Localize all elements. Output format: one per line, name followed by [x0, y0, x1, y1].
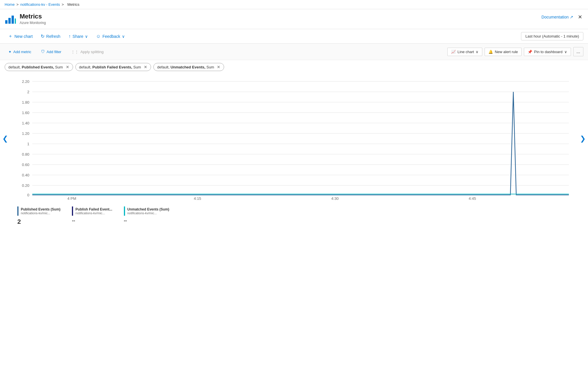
legend-resource-published: notifications-kv/mic... [21, 211, 60, 215]
legend-info-unmatched: Unmatched Events (Sum) notifications-kv/… [127, 207, 169, 215]
add-filter-button[interactable]: ⛉ Add filter [37, 48, 65, 56]
refresh-label: Refresh [46, 34, 60, 39]
line-chart-chevron: ∨ [476, 50, 479, 54]
pill-publish-failed: default, Publish Failed Events, Sum ✕ [75, 63, 151, 71]
breadcrumb-resource[interactable]: notifications-kv - Events [20, 2, 60, 7]
pill-remove-1[interactable]: ✕ [66, 65, 69, 69]
add-filter-label: Add filter [46, 50, 61, 54]
svg-text:4:15: 4:15 [194, 196, 201, 200]
page-title: Metrics [20, 13, 46, 20]
time-selector-button[interactable]: Last hour (Automatic - 1 minute) [521, 32, 583, 40]
svg-text:1.60: 1.60 [22, 111, 29, 115]
line-chart-button[interactable]: 📈 Line chart ∨ [447, 48, 482, 56]
new-alert-rule-button[interactable]: 🔔 New alert rule [485, 48, 522, 56]
svg-rect-1 [8, 18, 11, 24]
breadcrumb-current: Metrics [67, 2, 79, 7]
line-chart-label: Line chart [457, 50, 474, 54]
pill-prefix-2: default, Publish Failed Events, Sum [79, 65, 141, 69]
share-label: Share [72, 34, 83, 39]
svg-text:2: 2 [27, 90, 29, 94]
header-title-block: Metrics Azure Monitoring [20, 13, 46, 25]
filter-icon: ⛉ [41, 50, 45, 54]
svg-text:1.80: 1.80 [22, 100, 29, 105]
legend-item-published: Published Events (Sum) notifications-kv/… [17, 206, 60, 226]
header-left: Metrics Azure Monitoring [5, 13, 46, 27]
external-link-icon: ↗ [570, 15, 573, 19]
doc-link-label: Documentation [542, 15, 569, 19]
new-chart-button[interactable]: ＋ New chart [5, 31, 36, 41]
legend-name-unmatched: Unmatched Events (Sum) [127, 207, 169, 211]
feedback-button[interactable]: ☺ Feedback ∨ [92, 32, 128, 41]
legend-color-published [17, 206, 18, 216]
legend-top-published: Published Events (Sum) notifications-kv/… [17, 206, 60, 216]
legend-info-published: Published Events (Sum) notifications-kv/… [21, 207, 60, 215]
line-chart-icon: 📈 [451, 50, 456, 54]
legend-name-published: Published Events (Sum) [21, 207, 60, 211]
apply-splitting-label: Apply splitting [80, 50, 103, 54]
metric-pills-row: default, Published Events, Sum ✕ default… [0, 60, 588, 74]
breadcrumb-sep1: > [16, 2, 19, 7]
metrics-toolbar: ✦ Add metric ⛉ Add filter ⋮⋮ Apply split… [0, 44, 588, 60]
more-options-button[interactable]: ... [573, 47, 583, 56]
pin-to-dashboard-button[interactable]: 📌 Pin to dashboard ∨ [524, 48, 571, 56]
close-button[interactable]: ✕ [577, 13, 583, 21]
main-toolbar: ＋ New chart ↻ Refresh ↑ Share ∨ ☺ Feedba… [0, 29, 588, 44]
svg-text:0.80: 0.80 [22, 152, 29, 157]
page-header: Metrics Azure Monitoring Documentation ↗… [0, 9, 588, 29]
legend-item-unmatched: Unmatched Events (Sum) notifications-kv/… [124, 206, 169, 226]
legend-value-published: 2 [17, 218, 60, 226]
legend-resource-unmatched: notifications-kv/mic... [127, 211, 169, 215]
svg-text:0.60: 0.60 [22, 163, 29, 167]
svg-text:4 PM: 4 PM [67, 196, 76, 200]
legend-value-unmatched: -- [124, 218, 169, 223]
chart-nav-right-button[interactable]: ❯ [578, 132, 588, 145]
new-alert-rule-label: New alert rule [495, 50, 518, 54]
svg-text:0.40: 0.40 [22, 173, 29, 177]
page-subtitle: Azure Monitoring [20, 21, 46, 25]
svg-text:1.40: 1.40 [22, 121, 29, 125]
share-button[interactable]: ↑ Share ∨ [65, 32, 91, 41]
pin-to-dashboard-label: Pin to dashboard [534, 50, 562, 54]
feedback-label: Feedback [103, 34, 120, 39]
plus-icon: ＋ [8, 33, 13, 39]
refresh-button[interactable]: ↻ Refresh [37, 32, 64, 41]
pill-published-events: default, Published Events, Sum ✕ [5, 63, 73, 71]
legend-name-failed: Publish Failed Event... [75, 207, 112, 211]
apply-splitting-button[interactable]: ⋮⋮ Apply splitting [67, 48, 107, 56]
svg-rect-3 [15, 18, 16, 24]
legend-color-unmatched [124, 206, 125, 216]
breadcrumb-home[interactable]: Home [5, 2, 15, 7]
splitting-icon: ⋮⋮ [71, 50, 79, 54]
line-chart-svg: 2.20 2 1.80 1.60 1.40 1.20 1 0.80 0.60 [13, 79, 575, 200]
svg-text:0.20: 0.20 [22, 183, 29, 188]
chart-wrapper: 2.20 2 1.80 1.60 1.40 1.20 1 0.80 0.60 [13, 79, 575, 201]
svg-text:0: 0 [27, 193, 29, 197]
svg-text:4:30: 4:30 [331, 196, 339, 200]
feedback-chevron-icon: ∨ [122, 34, 125, 39]
documentation-link[interactable]: Documentation ↗ [542, 15, 573, 19]
chart-nav-left-button[interactable]: ❮ [0, 132, 10, 145]
add-metric-button[interactable]: ✦ Add metric [5, 48, 35, 56]
pill-prefix-1: default, Published Events, Sum [8, 65, 63, 69]
legend-value-failed: -- [72, 218, 112, 223]
toolbar-left: ＋ New chart ↻ Refresh ↑ Share ∨ ☺ Feedba… [5, 31, 128, 41]
new-chart-label: New chart [14, 34, 33, 39]
legend-color-failed [72, 206, 73, 216]
metrics-toolbar-right: 📈 Line chart ∨ 🔔 New alert rule 📌 Pin to… [447, 47, 583, 56]
legend-top-failed: Publish Failed Event... notifications-kv… [72, 206, 112, 216]
pill-remove-2[interactable]: ✕ [144, 65, 147, 69]
svg-text:1: 1 [27, 142, 29, 146]
feedback-icon: ☺ [96, 34, 101, 39]
alert-icon: 🔔 [488, 50, 493, 54]
metrics-toolbar-left: ✦ Add metric ⛉ Add filter ⋮⋮ Apply split… [5, 48, 107, 56]
legend-item-failed: Publish Failed Event... notifications-kv… [72, 206, 112, 226]
chart-container: ❮ ❯ 2.20 2 1.80 1.60 1.40 1.20 1 [0, 74, 588, 203]
add-metric-label: Add metric [13, 50, 31, 54]
breadcrumb-sep2: > [62, 2, 64, 7]
svg-text:4:45: 4:45 [469, 196, 476, 200]
header-right: Documentation ↗ ✕ [542, 13, 583, 21]
metrics-icon [5, 13, 16, 27]
legend-resource-failed: notifications-kv/mic... [75, 211, 112, 215]
legend-info-failed: Publish Failed Event... notifications-kv… [75, 207, 112, 215]
pill-remove-3[interactable]: ✕ [217, 65, 220, 69]
